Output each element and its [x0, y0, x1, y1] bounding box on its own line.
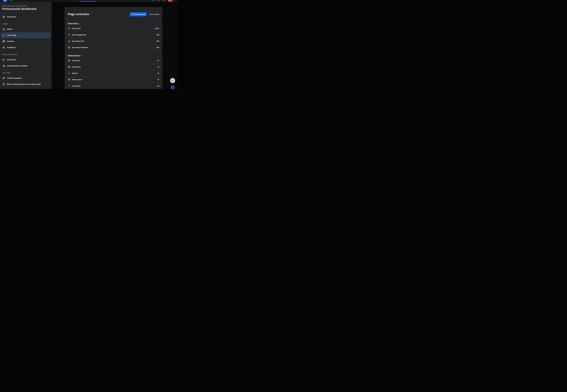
- smiley-icon: [68, 59, 70, 62]
- cursor-icon: [68, 85, 70, 87]
- section-label: Insights: [2, 23, 8, 25]
- section-header-your-tools[interactable]: Your tools: [0, 70, 52, 75]
- sidebar-item-earn-achievements[interactable]: Earn achievements for creating reels: [1, 81, 51, 87]
- metric-value: 41: [157, 59, 159, 61]
- metric-label: Photo views: [72, 79, 156, 81]
- metric-row-post-engagement[interactable]: Post engagement 229: [68, 32, 159, 38]
- sidebar-item-label: Your Page: [7, 34, 16, 36]
- metric-row-link-clicks[interactable]: Link clicks 46: [68, 83, 159, 89]
- metric-row-shares[interactable]: Shares 18: [68, 70, 159, 76]
- metric-row-photo-views[interactable]: Photo views 47: [68, 76, 159, 83]
- sidebar-item-audience[interactable]: Audience: [1, 44, 51, 51]
- top-navigation-bar: [0, 0, 178, 2]
- sidebar-item-home[interactable]: Home: [1, 26, 51, 32]
- meta-ai-button[interactable]: [170, 85, 175, 89]
- messenger-button[interactable]: [156, 0, 160, 1]
- sidebar-item-ad-center[interactable]: Ad Center: [1, 57, 51, 63]
- comment-bubble-icon: [68, 66, 70, 68]
- sidebar-item-invite-friends[interactable]: Invite friends to follow: [1, 63, 51, 69]
- metric-label: Reactions: [72, 59, 156, 61]
- sidebar-item-label: Audience: [7, 46, 16, 49]
- rocket-icon: [2, 77, 5, 80]
- home-icon: [2, 28, 5, 31]
- section-header-grow-audience[interactable]: Grow your audience: [0, 52, 52, 57]
- section-label: Grow your audience: [2, 54, 17, 55]
- notifications-button[interactable]: [162, 0, 166, 1]
- metric-value: 229: [156, 34, 159, 36]
- sidebar-item-overview[interactable]: Overview: [1, 14, 51, 20]
- sidebar-item-label: Invite friends to follow: [7, 65, 28, 67]
- metric-label: Post reach: [72, 28, 153, 29]
- sidebar-item-levels-progress[interactable]: Levels progress: [1, 75, 51, 81]
- section-header-insights[interactable]: Insights: [0, 21, 52, 26]
- facebook-logo[interactable]: [2, 0, 7, 2]
- metric-value: 326: [156, 46, 159, 48]
- thumb-up-icon: [68, 40, 70, 42]
- metric-label: Post engagement: [72, 34, 155, 36]
- sidebar-item-label: Overview: [7, 16, 16, 18]
- metric-value: 13: [157, 66, 159, 68]
- facebook-f-icon: [2, 0, 7, 2]
- pencil-square-icon: [131, 13, 133, 15]
- people-icon: [2, 64, 5, 67]
- menu-button[interactable]: [151, 0, 155, 1]
- sidebar-title: Professional dashboard: [2, 7, 49, 11]
- metric-value: 326: [156, 40, 159, 42]
- line-chart-icon: [2, 34, 5, 37]
- active-tab-indicator: [80, 1, 96, 2]
- create-post-label: Create a post: [134, 13, 145, 15]
- group-heading-interactions: Interactions: [68, 54, 159, 57]
- people-icon: [68, 33, 70, 36]
- period-label: Last 28 days: [149, 13, 159, 15]
- book-icon: [171, 79, 174, 82]
- page-title: Page overview: [68, 13, 130, 16]
- metric-row-comments[interactable]: Comments 13: [68, 64, 159, 70]
- sidebar-item-label: Earn achievements for creating reels: [7, 83, 41, 85]
- megaphone-icon: [2, 58, 5, 61]
- section-label: Your tools: [2, 72, 10, 74]
- sidebar-item-content[interactable]: Content: [1, 38, 51, 44]
- help-book-button[interactable]: [170, 78, 175, 83]
- metric-label: Comments: [72, 66, 156, 68]
- group-heading-discovery: Discovery: [68, 22, 159, 25]
- card-header: Page overview Create a post Last 28 days: [68, 10, 159, 19]
- globe-icon: [68, 27, 70, 30]
- chevron-up-icon: [47, 53, 49, 55]
- business-name: Mindful Moments & Creative Services: [2, 5, 49, 7]
- sidebar-item-label: Levels progress: [7, 77, 22, 79]
- metric-label: New Page Followers: [72, 46, 155, 48]
- chevron-down-icon: [171, 0, 173, 2]
- create-post-button[interactable]: Create a post: [130, 12, 147, 16]
- nav-circle-button[interactable]: [9, 0, 13, 1]
- chevron-up-icon: [47, 23, 49, 25]
- metric-label: Shares: [72, 72, 156, 74]
- layers-icon: [2, 15, 5, 18]
- metric-value: 9,151: [155, 28, 159, 29]
- sidebar-item-label: Content: [7, 40, 14, 42]
- sidebar-item-your-page[interactable]: Your Page: [1, 32, 51, 38]
- metric-label: New Page likes: [72, 40, 155, 42]
- meta-ai-icon: [170, 85, 175, 89]
- metric-value: 47: [157, 79, 159, 81]
- people-group-icon: [2, 46, 5, 49]
- photo-icon: [68, 78, 70, 81]
- metric-row-new-page-followers[interactable]: New Page Followers 326: [68, 44, 159, 51]
- main-content: Page overview Create a post Last 28 days…: [52, 2, 178, 89]
- metric-row-post-reach[interactable]: Post reach 9,151: [68, 25, 159, 32]
- sidebar-item-label: Home: [7, 28, 12, 30]
- metric-row-new-page-likes[interactable]: New Page likes 326: [68, 38, 159, 44]
- content-cards-icon: [2, 40, 5, 43]
- sidebar-item-label: Ad Center: [7, 59, 16, 61]
- check-circle-icon: [68, 46, 70, 49]
- share-arrow-icon: [68, 72, 70, 74]
- metric-row-reactions[interactable]: Reactions 41: [68, 57, 159, 64]
- metric-value: 46: [157, 85, 159, 87]
- trophy-icon: [2, 83, 5, 86]
- sidebar: Mindful Moments & Creative Services Prof…: [0, 2, 52, 89]
- page-overview-card: Page overview Create a post Last 28 days…: [65, 7, 162, 89]
- chevron-up-icon: [47, 72, 49, 74]
- metric-value: 18: [157, 72, 159, 74]
- metric-label: Link clicks: [72, 85, 156, 87]
